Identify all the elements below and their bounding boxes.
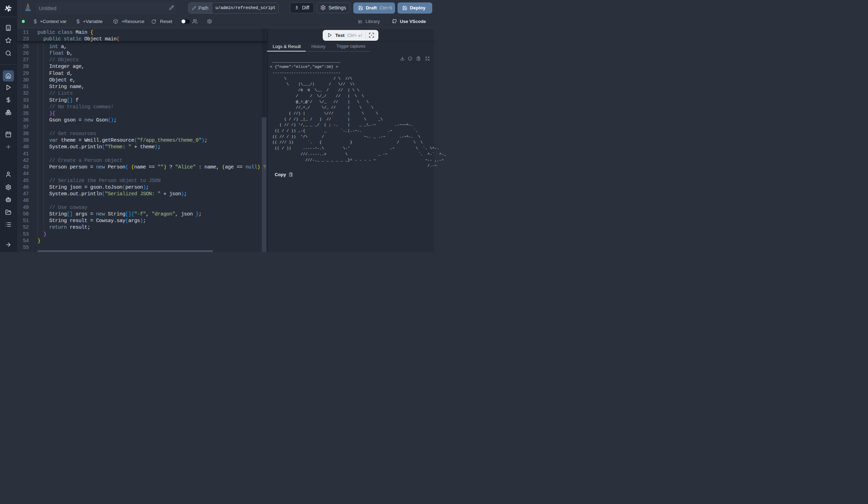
svg-text:Java: Java bbox=[25, 9, 31, 11]
